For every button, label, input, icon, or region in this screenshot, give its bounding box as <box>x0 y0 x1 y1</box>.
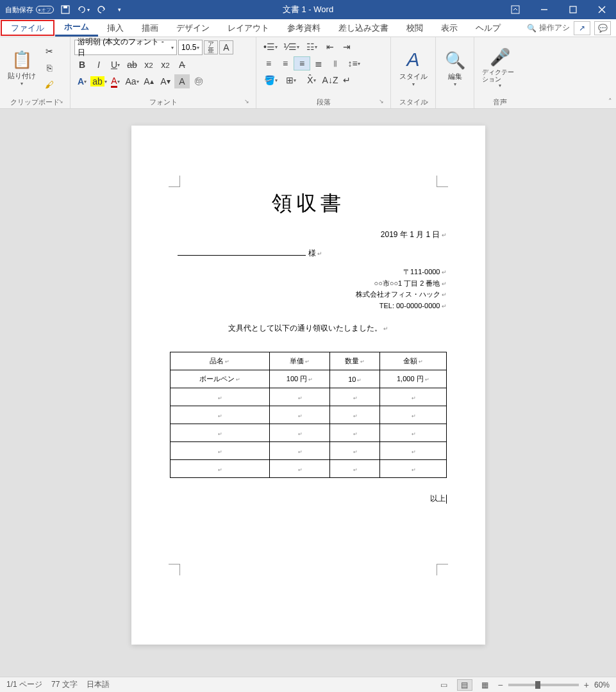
document-area[interactable]: 領収書 2019 年 1 月 1 日 様 〒111-0000 ○○市○○1 丁目… <box>0 109 616 677</box>
zoom-slider-thumb[interactable] <box>535 681 540 689</box>
dictate-button[interactable]: 🎤 ディクテーション ▾ <box>478 40 522 96</box>
status-page[interactable]: 1/1 ページ <box>6 679 42 690</box>
font-launcher[interactable]: ↘ <box>243 98 251 106</box>
shading-button[interactable]: 🪣▾ <box>260 73 281 87</box>
numbering-button[interactable]: ⅟☰▾ <box>281 40 301 54</box>
group-styles: A スタイル ▾ スタイル↘ <box>391 37 436 108</box>
line-spacing-button[interactable]: ↕≡▾ <box>344 56 364 70</box>
highlight-button[interactable]: ab▾ <box>91 74 106 88</box>
font-name-select[interactable]: 游明朝 (本文のフォント - 日▾ <box>74 40 177 55</box>
bold-button[interactable]: B <box>74 58 90 72</box>
tab-file[interactable]: ファイル <box>1 20 54 36</box>
align-justify-button[interactable]: ≣ <box>310 56 327 70</box>
zoom-in-button[interactable]: + <box>584 680 589 690</box>
table-row[interactable] <box>170 406 446 424</box>
doc-sender[interactable]: 〒111-0000 ○○市○○1 丁目 2 番地 株式会社オフィス・ハック TE… <box>170 267 447 311</box>
tab-layout[interactable]: レイアウト <box>219 19 278 37</box>
close-button[interactable] <box>587 0 616 19</box>
qat-customize[interactable]: ▾ <box>113 3 126 16</box>
doc-note[interactable]: 文具代として以下の通り領収いたしました。 <box>170 323 447 334</box>
doc-title[interactable]: 領収書 <box>170 190 447 218</box>
tab-mailings[interactable]: 差し込み文書 <box>329 19 397 37</box>
decrease-indent-button[interactable]: ⇤ <box>322 40 338 54</box>
superscript-button[interactable]: x2 <box>158 58 173 72</box>
tab-home[interactable]: ホーム <box>55 19 98 37</box>
multilevel-button[interactable]: ☷▾ <box>301 40 322 54</box>
collapse-ribbon-button[interactable]: ˄ <box>608 97 612 106</box>
autosave-switch[interactable]: ● オフ <box>36 6 54 13</box>
doc-footer[interactable]: 以上 <box>170 493 447 504</box>
clipboard-launcher[interactable]: ↘ <box>57 98 65 106</box>
char-scale-button[interactable]: X̂▾ <box>301 73 322 87</box>
grow-font-button[interactable]: A▴ <box>141 74 156 88</box>
italic-button[interactable]: I <box>91 58 106 72</box>
text-effects-button[interactable]: A▾ <box>74 74 90 88</box>
bullets-button[interactable]: •☰▾ <box>260 40 281 54</box>
doc-recipient[interactable]: 様 <box>178 248 447 259</box>
align-center-button[interactable]: ≡ <box>277 56 294 70</box>
subscript-button[interactable]: x2 <box>141 58 156 72</box>
zoom-label[interactable]: 60% <box>594 680 610 689</box>
char-border-button[interactable]: A <box>219 40 233 54</box>
read-mode-button[interactable]: ▭ <box>437 679 452 691</box>
tab-review[interactable]: 校閲 <box>397 19 432 37</box>
tab-insert[interactable]: 挿入 <box>98 19 133 37</box>
paste-button[interactable]: 📋 貼り付け ▾ <box>4 40 40 96</box>
table-row[interactable] <box>170 442 446 460</box>
increase-indent-button[interactable]: ⇥ <box>338 40 355 54</box>
tell-me-search[interactable]: 🔍 操作アシ <box>527 22 570 33</box>
font-size-select[interactable]: 10.5▾ <box>178 40 203 55</box>
doc-table[interactable]: 品名 単価 数量 金額 ボールペン100 円101,000 円 <box>170 352 447 478</box>
print-layout-button[interactable]: ▤ <box>457 679 472 691</box>
clear-format-button[interactable]: A̶ <box>174 58 190 72</box>
tab-references[interactable]: 参考資料 <box>278 19 329 37</box>
align-left-button[interactable]: ≡ <box>260 56 277 70</box>
doc-date[interactable]: 2019 年 1 月 1 日 <box>170 229 447 240</box>
borders-button[interactable]: ⊞▾ <box>281 73 301 87</box>
copy-button[interactable]: ⎘ <box>42 61 56 75</box>
shrink-font-button[interactable]: A▾ <box>158 74 173 88</box>
web-layout-button[interactable]: ▦ <box>478 679 493 691</box>
phonetic-guide-button[interactable]: ア亜 <box>204 40 218 54</box>
ribbon-display-button[interactable] <box>501 0 529 19</box>
table-row[interactable] <box>170 424 446 442</box>
table-row[interactable]: ボールペン100 円101,000 円 <box>170 370 446 388</box>
align-right-button[interactable]: ≡ <box>294 56 310 70</box>
enclose-char-button[interactable]: ㊞ <box>191 74 206 88</box>
format-painter-button[interactable]: 🖌 <box>42 78 56 92</box>
autosave-toggle[interactable]: 自動保存 ● オフ <box>5 5 54 15</box>
undo-button[interactable]: ▾ <box>77 3 90 16</box>
paragraph-launcher[interactable]: ↘ <box>378 98 385 106</box>
sort-button[interactable]: A↓Z <box>322 73 338 87</box>
save-button[interactable] <box>59 3 72 16</box>
tab-help[interactable]: ヘルプ <box>467 19 510 37</box>
zoom-slider[interactable] <box>508 684 579 686</box>
styles-launcher[interactable]: ↘ <box>422 98 430 106</box>
styles-button[interactable]: A スタイル ▾ <box>395 40 431 96</box>
share-button[interactable]: ↗ <box>574 21 590 35</box>
char-shading-button[interactable]: A <box>174 74 190 88</box>
page[interactable]: 領収書 2019 年 1 月 1 日 様 〒111-0000 ○○市○○1 丁目… <box>131 126 485 645</box>
tab-design[interactable]: デザイン <box>167 19 219 37</box>
status-language[interactable]: 日本語 <box>87 679 110 690</box>
cut-button[interactable]: ✂ <box>42 44 56 58</box>
redo-button[interactable] <box>95 3 108 16</box>
font-color-button[interactable]: A▾ <box>108 74 123 88</box>
strikethrough-button[interactable]: ab <box>124 58 140 72</box>
status-word-count[interactable]: 77 文字 <box>51 679 78 690</box>
minimize-button[interactable] <box>529 0 558 19</box>
table-row[interactable] <box>170 388 446 406</box>
table-row[interactable] <box>170 460 446 478</box>
editing-button[interactable]: 🔍 編集 ▾ <box>441 40 469 98</box>
underline-button[interactable]: U▾ <box>108 58 123 72</box>
comments-button[interactable]: 💬 <box>594 21 611 35</box>
tab-view[interactable]: 表示 <box>432 19 467 37</box>
svg-rect-4 <box>570 6 576 13</box>
styles-label: スタイル <box>399 72 428 81</box>
show-marks-button[interactable]: ↵ <box>338 73 355 87</box>
distribute-button[interactable]: ⫴ <box>327 56 344 70</box>
zoom-out-button[interactable]: − <box>498 680 503 690</box>
change-case-button[interactable]: Aa▾ <box>124 74 140 88</box>
tab-draw[interactable]: 描画 <box>133 19 167 37</box>
maximize-button[interactable] <box>558 0 587 19</box>
